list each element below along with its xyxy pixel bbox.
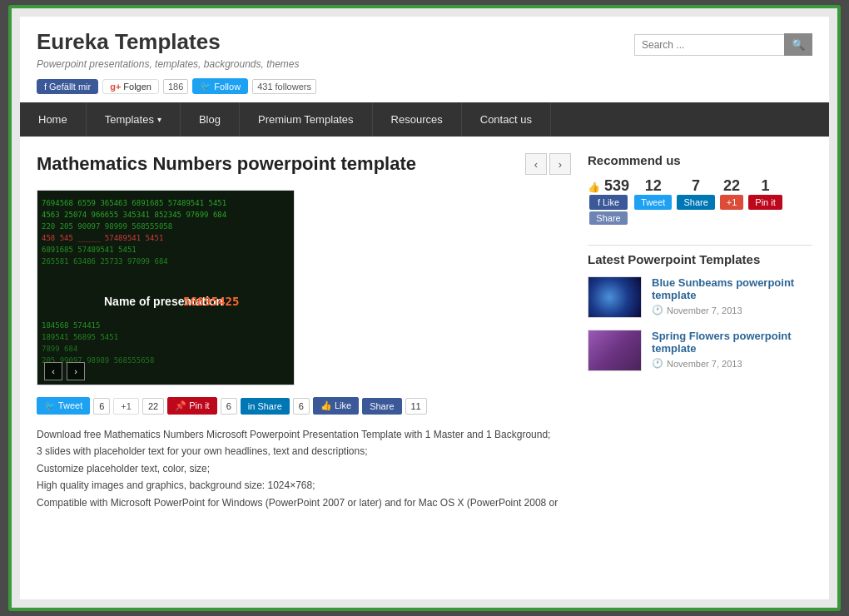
gplus-button[interactable]: +1 xyxy=(113,398,139,415)
fb-widget-col: 👍 539 f Like Share xyxy=(588,177,629,225)
svg-text:7694568  6559  365463  6891685: 7694568 6559 365463 6891685 57489541 545… xyxy=(42,199,226,207)
fb-share-btn[interactable]: Share xyxy=(589,211,627,225)
nav-blog[interactable]: Blog xyxy=(181,102,240,137)
nav-home[interactable]: Home xyxy=(20,102,87,137)
gplus-icon: g+ xyxy=(110,82,121,92)
linkedin-widget-btn[interactable]: Share xyxy=(677,195,714,210)
gplus-count: 22 xyxy=(142,398,164,415)
social-widget: 👍 539 f Like Share 12 Tw xyxy=(588,177,812,225)
next-button[interactable]: › xyxy=(549,153,571,175)
gplus-widget-btn[interactable]: +1 xyxy=(720,195,744,210)
fb-like-button[interactable]: f Gefällt mir xyxy=(37,79,98,94)
fb-icon: f xyxy=(598,197,600,207)
header-right: 🔍 xyxy=(634,33,812,56)
pinterest-button[interactable]: 📌 Pin it xyxy=(167,397,217,415)
fb-icon: f xyxy=(44,82,47,92)
pin-widget-btn[interactable]: Pin it xyxy=(748,195,782,210)
nav-resources[interactable]: Resources xyxy=(373,102,462,137)
page-title-row: Mathematics Numbers powerpoint template … xyxy=(37,153,571,175)
latest-section: Latest Powerpoint Templates Blue Sunbeam… xyxy=(588,252,812,371)
svg-text:184568  574415: 184568 574415 xyxy=(42,321,100,330)
main-nav: Home Templates ▾ Blog Premium Templates … xyxy=(20,102,829,137)
sidebar-divider xyxy=(588,245,812,246)
sidebar: Recommend us 👍 539 f Like xyxy=(588,153,812,511)
gplus-widget-count: 22 xyxy=(723,177,740,195)
clock-icon-0: 🕐 xyxy=(652,305,663,315)
slide-next-button[interactable]: › xyxy=(67,362,85,380)
twitter-widget-count: 12 xyxy=(645,177,662,195)
latest-thumb-0 xyxy=(588,276,642,318)
twitter-follow-button[interactable]: 🐦 Follow xyxy=(192,78,248,94)
fb-like-share-button[interactable]: 👍 Like xyxy=(313,397,359,415)
latest-info-1: Spring Flowers powerpoint template 🕐 Nov… xyxy=(652,330,812,369)
page-title: Mathematics Numbers powerpoint template xyxy=(37,153,416,175)
svg-text:189541  56895  5451: 189541 56895 5451 xyxy=(42,333,118,341)
tweet-count: 6 xyxy=(93,398,110,415)
templates-arrow-icon: ▾ xyxy=(157,115,161,124)
fb-like-btn[interactable]: f Like xyxy=(589,195,628,210)
desc-line3: Customize placeholder text, color, size; xyxy=(37,460,571,477)
gplus-count: 186 xyxy=(163,79,188,94)
nav-templates[interactable]: Templates ▾ xyxy=(87,102,181,137)
twitter-widget-col: 12 Tweet xyxy=(634,177,672,225)
slide-prev-button[interactable]: ‹ xyxy=(44,362,62,380)
svg-text:4563  25074  966655  345341  8: 4563 25074 966655 345341 852345 97699 68… xyxy=(42,211,226,219)
latest-date-0: 🕐 November 7, 2013 xyxy=(652,305,812,315)
svg-text:7899  684: 7899 684 xyxy=(42,345,77,353)
recommend-title: Recommend us xyxy=(588,153,812,167)
header-left: Eureka Templates Powerpoint presentation… xyxy=(37,29,316,94)
linkedin-count: 6 xyxy=(293,398,310,415)
tweet-button[interactable]: 🐦 Tweet xyxy=(37,397,90,415)
linkedin-widget-col: 7 Share xyxy=(677,177,714,225)
nav-premium[interactable]: Premium Templates xyxy=(240,102,373,137)
header-top-row: Eureka Templates Powerpoint presentation… xyxy=(37,29,812,94)
share-row: 🐦 Tweet 6 +1 22 📌 Pin it 6 in Share 6 👍 … xyxy=(37,397,571,415)
latest-date-1: 🕐 November 7, 2013 xyxy=(652,358,812,369)
latest-title-1[interactable]: Spring Flowers powerpoint template xyxy=(652,330,812,355)
desc-line1: Download free Mathematics Numbers Micros… xyxy=(37,426,571,443)
latest-thumb-1 xyxy=(588,330,642,371)
slide-image: 7694568 6559 365463 6891685 57489541 545… xyxy=(37,191,294,385)
description: Download free Mathematics Numbers Micros… xyxy=(37,426,571,511)
latest-info-0: Blue Sunbeams powerpoint template 🕐 Nove… xyxy=(652,276,812,315)
linkedin-button[interactable]: in Share xyxy=(241,398,290,415)
svg-text:458  545 _____  57489541  5451: 458 545 _____ 57489541 5451 xyxy=(42,234,163,242)
gplus-follow-button[interactable]: g+ Folgen xyxy=(102,79,159,94)
pin-widget-count: 1 xyxy=(762,177,770,195)
svg-text:220  205  90097 98999  5685550: 220 205 90097 98999 568555058 xyxy=(42,222,172,231)
fb-big-count: 👍 539 xyxy=(588,177,629,195)
svg-text:265581  63486  25733  97099  6: 265581 63486 25733 97099 684 xyxy=(42,257,168,266)
site-tagline: Powerpoint presentations, templates, bac… xyxy=(37,58,316,70)
prev-button[interactable]: ‹ xyxy=(525,153,547,175)
nav-contact[interactable]: Contact us xyxy=(462,102,551,137)
outer-wrapper: Eureka Templates Powerpoint presentation… xyxy=(8,5,841,611)
recommend-box: Recommend us 👍 539 f Like xyxy=(588,153,812,225)
site-title: Eureka Templates xyxy=(37,29,316,55)
svg-text:56895425: 56895425 xyxy=(183,295,239,308)
fb-share-button[interactable]: Share xyxy=(362,398,401,415)
main-content: Mathematics Numbers powerpoint template … xyxy=(37,153,571,511)
pin-widget-col: 1 Pin it xyxy=(748,177,782,225)
slide-controls: ‹ › xyxy=(44,362,85,380)
latest-item-0: Blue Sunbeams powerpoint template 🕐 Nove… xyxy=(588,276,812,318)
blue-thumb-image xyxy=(588,277,641,317)
svg-text:6891685  57489541  5451: 6891685 57489541 5451 xyxy=(42,246,137,254)
fb-count: 11 xyxy=(405,398,427,415)
search-input[interactable] xyxy=(634,34,784,56)
linkedin-widget-count: 7 xyxy=(692,177,700,195)
latest-title-0[interactable]: Blue Sunbeams powerpoint template xyxy=(652,276,812,301)
twitter-icon: 🐦 xyxy=(200,81,211,92)
purple-thumb-image xyxy=(588,330,641,370)
desc-line2: 3 slides with placeholder text for your … xyxy=(37,443,571,460)
latest-item-1: Spring Flowers powerpoint template 🕐 Nov… xyxy=(588,330,812,371)
gplus-widget-col: 22 +1 xyxy=(720,177,744,225)
desc-line4: High quality images and graphics, backgr… xyxy=(37,477,571,494)
nav-arrows: ‹ › xyxy=(525,153,571,175)
pin-count: 6 xyxy=(221,398,237,415)
twitter-count: 431 followers xyxy=(252,79,316,94)
latest-title: Latest Powerpoint Templates xyxy=(588,252,812,266)
twitter-widget-btn[interactable]: Tweet xyxy=(634,195,672,210)
clock-icon-1: 🕐 xyxy=(652,358,663,369)
desc-line5: Compatible with Microsoft PowerPoint for… xyxy=(37,494,571,511)
search-button[interactable]: 🔍 xyxy=(784,33,812,56)
